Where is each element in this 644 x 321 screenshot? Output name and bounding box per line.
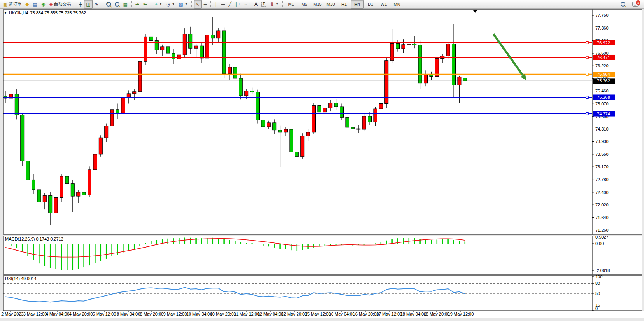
price-tick-label: 73.550 bbox=[595, 152, 609, 157]
price-tick-label: 75.460 bbox=[595, 89, 609, 93]
date-tick-label: 11 May 12:00 bbox=[234, 312, 260, 316]
level-line-handle[interactable] bbox=[586, 56, 588, 59]
arrows-button[interactable]: ⇅▼ bbox=[268, 0, 281, 9]
add-indicator-icon: + bbox=[155, 2, 158, 7]
candle-body bbox=[256, 92, 260, 120]
new-order-button[interactable]: ▣ 新订单 bbox=[1, 0, 23, 9]
candle-body bbox=[334, 103, 338, 107]
price-tick-label: 73.170 bbox=[595, 164, 609, 169]
trendline-button[interactable]: ╱ bbox=[226, 0, 233, 9]
date-tick-label: 16 May 20:00 bbox=[353, 312, 379, 316]
chart-canvas[interactable]: 77.75077.36076.98076.60076.22075.84075.4… bbox=[0, 0, 644, 321]
date-tick-label: 3 May 12:00 bbox=[23, 312, 47, 316]
price-badge-label: 74.774 bbox=[597, 112, 610, 116]
search-button[interactable] bbox=[619, 0, 627, 9]
new-order-icon: ▣ bbox=[3, 2, 7, 7]
text-button[interactable]: A bbox=[253, 0, 260, 9]
auto-trading-button[interactable]: ◈ 自动交易 bbox=[47, 0, 73, 9]
market-watch-button[interactable]: ◆ bbox=[23, 0, 31, 9]
candle-body bbox=[77, 192, 80, 196]
candlestick-chart-icon: ◫ bbox=[86, 2, 90, 7]
zoom-out-button[interactable]: − bbox=[113, 0, 121, 9]
date-tick-label: 17 May 12:00 bbox=[376, 312, 402, 316]
candle-body bbox=[54, 197, 58, 213]
auto-trading-label: 自动交易 bbox=[54, 1, 71, 7]
candle-body bbox=[205, 35, 209, 58]
timeframe-button-mn[interactable]: MN bbox=[390, 0, 404, 9]
navigator-button[interactable]: ◉ bbox=[39, 0, 47, 9]
chart-shift-button[interactable]: ⇤ bbox=[141, 0, 149, 9]
vertical-line-button[interactable]: │ bbox=[212, 0, 219, 9]
zoom-in-button[interactable]: + bbox=[104, 0, 113, 9]
crosshair-button[interactable]: ┼ bbox=[202, 0, 209, 9]
candle-body bbox=[301, 136, 304, 157]
text-label-button[interactable]: T bbox=[260, 0, 268, 9]
tile-windows-button[interactable]: ▦ bbox=[121, 0, 130, 9]
price-tick-label: 77.750 bbox=[595, 13, 609, 17]
candlestick-chart-button[interactable]: ◫ bbox=[84, 0, 92, 9]
timeframe-button-d1[interactable]: D1 bbox=[364, 0, 377, 9]
price-badge-label: 75.964 bbox=[597, 72, 610, 77]
channel-button[interactable]: ∥E bbox=[233, 0, 242, 9]
candle-body bbox=[194, 46, 198, 48]
macd-scale-label: -2.0918 bbox=[595, 268, 610, 273]
toolbar-separator bbox=[151, 1, 151, 7]
vertical-line-icon: │ bbox=[214, 2, 218, 7]
auto-scroll-button[interactable]: ⇥ bbox=[133, 0, 141, 9]
bar-chart-icon: ╫ bbox=[79, 2, 82, 7]
line-chart-button[interactable]: ∿ bbox=[93, 0, 100, 9]
timeframe-button-h1[interactable]: H1 bbox=[337, 0, 351, 9]
horizontal-line-button[interactable]: ─ bbox=[219, 0, 227, 9]
candle-body bbox=[32, 180, 35, 190]
date-tick-label: 19 May 12:00 bbox=[448, 312, 474, 316]
level-line-handle[interactable] bbox=[586, 113, 588, 115]
cursor-button[interactable]: ↖ bbox=[194, 0, 202, 9]
trendline-icon: ╱ bbox=[228, 2, 231, 7]
cursor-icon: ↖ bbox=[196, 2, 200, 7]
candle-body bbox=[222, 31, 226, 74]
price-badge-label: 76.922 bbox=[597, 40, 610, 45]
chart-title: ▼ UKOil-,H4 75.854 75.855 75.735 75.762 bbox=[4, 10, 86, 15]
timeframe-button-h4[interactable]: H4 bbox=[351, 0, 364, 9]
timeframe-button-m1[interactable]: M1 bbox=[284, 0, 298, 9]
date-axis[interactable]: 2 May 20233 May 12:004 May 04:004 May 20… bbox=[1, 311, 474, 316]
candle-body bbox=[245, 91, 248, 96]
level-line-handle[interactable] bbox=[586, 96, 588, 98]
candle-body bbox=[105, 126, 108, 138]
notifications-button[interactable]: 1 bbox=[630, 0, 640, 9]
date-tick-label: 8 May 04:00 bbox=[117, 312, 140, 316]
date-tick-label: 9 May 12:00 bbox=[163, 312, 187, 316]
data-window-icon: ▤ bbox=[33, 2, 37, 7]
date-tick-label: 16 May 04:00 bbox=[329, 312, 355, 316]
fibonacci-icon: ┈ bbox=[245, 2, 247, 7]
candle-body bbox=[261, 120, 265, 127]
timeframe-button-m5[interactable]: M5 bbox=[298, 0, 311, 9]
fibonacci-button[interactable]: ┈F bbox=[243, 0, 253, 9]
candle-body bbox=[346, 117, 349, 127]
timeframe-button-m15[interactable]: M15 bbox=[311, 0, 324, 9]
candle-body bbox=[312, 106, 316, 132]
timeframe-button-m30[interactable]: M30 bbox=[324, 0, 337, 9]
window-menu-icon[interactable]: ▼ bbox=[4, 11, 7, 15]
candle-body bbox=[329, 103, 332, 108]
period-clock-button[interactable]: ◷▼ bbox=[164, 0, 177, 9]
toolbar-separator bbox=[191, 1, 192, 7]
bar-chart-button[interactable]: ╫ bbox=[77, 0, 84, 9]
date-tick-label: 15 May 12:00 bbox=[305, 312, 331, 316]
add-indicator-button[interactable]: +▼ bbox=[153, 0, 164, 9]
price-tick-label: 73.930 bbox=[595, 139, 609, 144]
timeframe-button-w1[interactable]: W1 bbox=[377, 0, 390, 9]
template-button[interactable]: ▧▼ bbox=[177, 0, 190, 9]
candle-body bbox=[116, 110, 119, 113]
candle-body bbox=[60, 176, 63, 198]
level-line-handle[interactable] bbox=[586, 73, 588, 75]
candle-body bbox=[267, 123, 270, 127]
data-window-button[interactable]: ▤ bbox=[31, 0, 39, 9]
macd-indicator-label: MACD(12,26,9) 0.1743 0.2713 bbox=[5, 237, 63, 241]
rsi-scale-label: 100 bbox=[595, 274, 602, 279]
level-line-handle[interactable] bbox=[586, 42, 588, 44]
price-badge-label: 75.762 bbox=[597, 79, 610, 83]
candle-body bbox=[183, 34, 186, 55]
date-tick-label: 2 May 2023 bbox=[1, 312, 23, 316]
toolbar-separator bbox=[102, 1, 103, 7]
